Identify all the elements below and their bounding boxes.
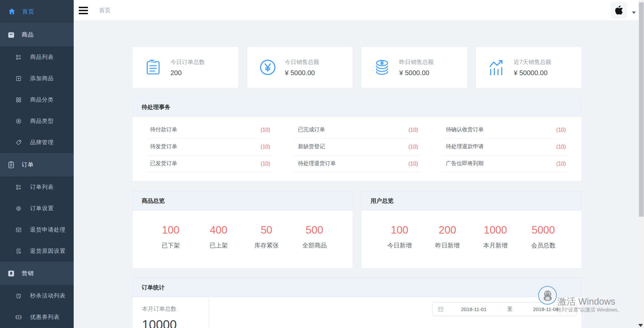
sidebar-group-orders[interactable]: 订单 <box>0 153 74 176</box>
sidebar-item-label: 品牌管理 <box>30 139 54 146</box>
flash-sale-clock-icon <box>15 292 22 299</box>
todo-item[interactable]: 新缺货登记(10) <box>294 138 420 155</box>
stat-card-value: 200 <box>170 69 205 77</box>
stat-card-today-sales: 今日销售总额 ¥ 5000.00 <box>247 46 353 88</box>
sidebar-item-coupon-list[interactable]: 优惠券列表 <box>0 306 74 328</box>
goods-category-icon <box>15 96 22 103</box>
main-content: 今日订单总数 200 今日销售总额 ¥ 5000.00 <box>74 21 644 328</box>
apple-logo-icon <box>614 5 624 16</box>
overview-stat: 5000会员总数 <box>519 224 567 249</box>
todo-item[interactable]: 广告位即将到期(10) <box>442 155 568 172</box>
overview-stat: 50库存紧张 <box>243 224 291 249</box>
todo-count: (10) <box>408 127 418 133</box>
order-setting-gear-icon <box>15 205 22 212</box>
windows-activation-watermark-line1: 激活 Windows <box>557 296 615 308</box>
todo-count: (10) <box>261 127 270 133</box>
breadcrumb[interactable]: 首页 <box>99 6 111 14</box>
todo-count: (10) <box>408 161 418 167</box>
windows-activation-watermark-line2: 转到“设置”以激活 Windows。 <box>556 307 622 313</box>
sidebar-item-goods-list[interactable]: 商品列表 <box>0 46 74 68</box>
avatar[interactable] <box>611 2 627 19</box>
todo-item[interactable]: 待确认收货订单(10) <box>442 122 568 138</box>
brand-tag-icon <box>15 139 22 146</box>
goods-type-icon <box>15 117 22 125</box>
scrollbar-thumb[interactable] <box>639 2 644 217</box>
todo-panel: 待处理事务 待付款订单(10) 已完成订单(10) 待确认收货订单(10) 待发… <box>132 97 582 181</box>
topbar: 首页 <box>74 0 644 21</box>
sidebar-group-goods[interactable]: 商品 <box>0 23 74 46</box>
sidebar-item-label: 订单列表 <box>30 183 54 191</box>
marketing-bookmark-icon <box>7 269 16 278</box>
overview-stat: 100今日新增 <box>376 224 424 249</box>
todo-count: (10) <box>261 144 270 150</box>
sidebar-item-label: 商品列表 <box>30 53 54 61</box>
overview-stat: 1000本月新增 <box>472 224 520 249</box>
stat-card-label: 今日订单总数 <box>170 58 205 66</box>
order-clipboard-icon <box>7 160 16 169</box>
sidebar-item-goods-category[interactable]: 商品分类 <box>0 89 74 110</box>
sidebar-group-label: 订单 <box>22 161 34 169</box>
sidebar-group-label: 商品 <box>22 31 34 39</box>
todo-item[interactable]: 待处理退款申请(10) <box>442 138 568 155</box>
todo-item[interactable]: 待处理退货订单(10) <box>294 155 420 172</box>
order-list-icon <box>15 183 22 191</box>
todo-item[interactable]: 已完成订单(10) <box>294 122 420 138</box>
goods-overview-panel: 商品总览 100已下架 400已上架 50库存紧张 500全部商品 <box>132 191 353 268</box>
order-count-clipboard-icon <box>143 58 163 77</box>
sidebar-item-return-apply[interactable]: 退货申请处理 <box>0 219 74 240</box>
order-stats-metric: 本月订单总数 10000 <box>133 297 209 328</box>
sidebar-item-label: 订单设置 <box>30 205 54 212</box>
sidebar-item-goods-type[interactable]: 商品类型 <box>0 110 74 132</box>
qq-penguin-icon[interactable] <box>538 286 557 305</box>
sidebar-item-label: 秒杀活动列表 <box>30 292 66 300</box>
goods-list-icon <box>15 53 22 61</box>
todo-count: (10) <box>556 144 566 150</box>
todo-count: (10) <box>408 144 418 150</box>
date-separator: 至 <box>504 306 516 312</box>
goods-bag-icon <box>7 30 16 39</box>
hamburger-menu-icon[interactable] <box>79 7 88 14</box>
trend-chart-icon <box>487 58 506 77</box>
stat-card-week-sales: 近7天销售总额 ¥ 50000.00 <box>476 46 582 88</box>
sidebar-item-label: 添加商品 <box>30 75 54 82</box>
sidebar: 首页 商品 商品列表 添加商品 商品分类 <box>0 0 74 328</box>
todo-item[interactable]: 待付款订单(10) <box>146 122 272 138</box>
corner-caret-down-icon <box>638 324 643 327</box>
todo-grid: 待付款订单(10) 已完成订单(10) 待确认收货订单(10) 待发货订单(10… <box>133 117 581 181</box>
sidebar-item-home[interactable]: 首页 <box>0 0 74 23</box>
return-reason-icon <box>15 247 22 255</box>
panel-title: 待处理事务 <box>133 97 581 117</box>
admin-dashboard: 首页 商品 商品列表 添加商品 商品分类 <box>0 0 644 328</box>
sidebar-item-brand[interactable]: 品牌管理 <box>0 132 74 153</box>
chevron-down-icon[interactable] <box>632 12 636 14</box>
overview-stat: 200昨日新增 <box>424 224 472 249</box>
overview-stat: 100已下架 <box>147 224 195 249</box>
sidebar-item-order-list[interactable]: 订单列表 <box>0 176 74 198</box>
sidebar-item-flash-sale[interactable]: 秒杀活动列表 <box>0 285 74 306</box>
yen-circle-icon <box>258 58 278 77</box>
sidebar-item-label: 首页 <box>22 8 34 16</box>
todo-item[interactable]: 已发货订单(10) <box>146 155 272 172</box>
stat-card-label: 近7天销售总额 <box>514 58 551 66</box>
date-range-picker[interactable]: 2018-11-01 至 2018-11-08 <box>432 302 576 316</box>
panel-title: 用户总览 <box>361 191 581 211</box>
return-apply-icon <box>15 226 22 233</box>
sidebar-group-marketing[interactable]: 营销 <box>0 262 74 285</box>
add-goods-icon <box>15 75 22 82</box>
sidebar-item-return-reason[interactable]: 退货原因设置 <box>0 240 74 262</box>
sidebar-group-label: 营销 <box>22 269 34 277</box>
todo-count: (10) <box>556 161 566 167</box>
sidebar-item-order-setting[interactable]: 订单设置 <box>0 198 74 219</box>
coupon-ticket-icon <box>15 313 22 321</box>
user-overview-panel: 用户总览 100今日新增 200昨日新增 1000本月新增 5000会员总数 <box>361 191 582 268</box>
sidebar-item-label: 优惠券列表 <box>30 313 60 321</box>
sidebar-item-add-goods[interactable]: 添加商品 <box>0 68 74 89</box>
sidebar-item-label: 退货申请处理 <box>30 226 66 234</box>
coin-stack-icon <box>372 58 392 77</box>
stat-cards-row: 今日订单总数 200 今日销售总额 ¥ 5000.00 <box>132 46 582 88</box>
scrollbar-track[interactable] <box>639 0 644 328</box>
todo-item[interactable]: 待发货订单(10) <box>146 138 272 155</box>
date-start-input[interactable]: 2018-11-01 <box>444 306 504 312</box>
stat-card-label: 今日销售总额 <box>285 58 319 66</box>
home-icon <box>7 7 16 16</box>
